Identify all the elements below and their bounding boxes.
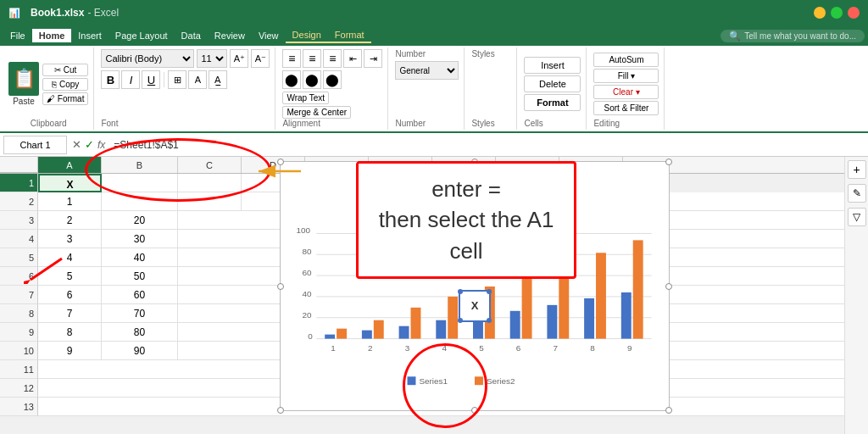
menu-home[interactable]: Home (32, 29, 72, 42)
cell-c2[interactable] (178, 192, 242, 211)
svg-rect-22 (510, 311, 520, 339)
chart-handle-bl[interactable] (277, 407, 284, 414)
formula-input[interactable] (110, 136, 865, 154)
menu-format[interactable]: Format (328, 28, 371, 43)
right-panel: + ✎ ▽ (844, 157, 868, 434)
wrap-text-btn[interactable]: Wrap Text (282, 92, 329, 104)
align-top-right-btn[interactable]: ≡ (323, 49, 342, 68)
tell-me-text[interactable]: Tell me what you want to do... (744, 31, 856, 41)
maximize-btn[interactable] (831, 7, 843, 19)
name-box[interactable] (3, 136, 67, 154)
svg-text:60: 60 (302, 268, 312, 277)
align-top-left-btn[interactable]: ≡ (282, 49, 301, 68)
increase-font-btn[interactable]: A⁺ (230, 49, 248, 68)
align-center-btn[interactable]: ⬤ (303, 70, 321, 89)
cut-button[interactable]: ✂ Cut (42, 64, 88, 76)
bold-btn[interactable]: B (101, 70, 120, 89)
menu-view[interactable]: View (252, 29, 286, 42)
cell-b2[interactable] (102, 192, 178, 211)
chart-handle-tr[interactable] (665, 159, 672, 165)
col-a-header: A (38, 157, 102, 173)
filter-chart-btn[interactable]: ▽ (848, 208, 866, 226)
align-right-btn[interactable]: ⬤ (323, 70, 342, 89)
fill-btn[interactable]: Fill ▾ (593, 69, 659, 83)
svg-text:1: 1 (331, 343, 336, 353)
merge-btn[interactable]: Merge & Center (282, 106, 351, 119)
insert-cells-btn[interactable]: Insert (524, 57, 581, 74)
border-btn[interactable]: ⊞ (168, 70, 186, 89)
cell-c1[interactable] (178, 174, 242, 192)
menu-data[interactable]: Data (175, 29, 208, 42)
chart-handle-br[interactable] (665, 407, 672, 414)
cell-a2[interactable]: 1 (38, 192, 102, 211)
format-cells-btn[interactable]: Format (524, 94, 581, 111)
clipboard-label: Clipboard (31, 119, 67, 128)
cell-b6[interactable]: 50 (102, 267, 178, 286)
menu-insert[interactable]: Insert (71, 29, 108, 42)
cell-b8[interactable]: 70 (102, 304, 178, 323)
italic-btn[interactable]: I (121, 70, 140, 89)
font-color-btn[interactable]: A̲ (209, 70, 227, 89)
formula-cancel-btn[interactable]: ✕ (72, 138, 81, 151)
svg-rect-15 (374, 320, 384, 339)
align-left-btn[interactable]: ⬤ (282, 70, 301, 89)
menu-review[interactable]: Review (208, 29, 252, 42)
sort-filter-btn[interactable]: Sort & Filter (593, 101, 659, 115)
callout-box: enter = then select the A1 cell (356, 161, 576, 279)
cell-b9[interactable]: 80 (102, 323, 178, 342)
add-chart-btn[interactable]: + (848, 160, 866, 179)
autosum-btn[interactable]: AutoSum (593, 53, 659, 67)
cell-b10[interactable]: 90 (102, 342, 178, 360)
indent-inc-btn[interactable]: ⇥ (364, 49, 382, 68)
clear-btn[interactable]: Clear ▾ (593, 85, 659, 99)
cell-b5[interactable]: 40 (102, 248, 178, 267)
minimize-btn[interactable] (814, 7, 826, 19)
cell-a4[interactable]: 3 (38, 230, 102, 248)
cell-a9[interactable]: 8 (38, 323, 102, 342)
cell-b3[interactable]: 20 (102, 211, 178, 230)
cell-a5[interactable]: 4 (38, 248, 102, 267)
row-3-header: 3 (0, 211, 38, 230)
delete-cells-btn[interactable]: Delete (524, 75, 581, 92)
cell-a10[interactable]: 9 (38, 342, 102, 360)
decrease-font-btn[interactable]: A⁻ (251, 49, 270, 68)
svg-rect-27 (596, 253, 606, 338)
cell-b7[interactable]: 60 (102, 286, 178, 304)
align-top-center-btn[interactable]: ≡ (303, 49, 321, 68)
chart-handle-r[interactable] (665, 283, 672, 290)
edit-chart-btn[interactable]: ✎ (848, 184, 866, 203)
formula-confirm-btn[interactable]: ✓ (85, 138, 94, 151)
chart-handle-l[interactable] (277, 283, 284, 290)
cell-a7[interactable]: 6 (38, 286, 102, 304)
format-painter-button[interactable]: 🖌 Format (42, 92, 88, 105)
cell-b1[interactable] (102, 174, 178, 192)
font-name-select[interactable]: Calibri (Body) (101, 49, 194, 68)
app-subtitle: - Excel (87, 7, 119, 19)
menu-file[interactable]: File (3, 29, 32, 42)
chart-handle-tl[interactable] (277, 159, 284, 165)
svg-rect-17 (411, 308, 421, 339)
cell-a1[interactable]: X (38, 174, 102, 192)
svg-rect-29 (633, 240, 643, 338)
svg-rect-23 (522, 275, 532, 338)
font-size-select[interactable]: 11 (197, 49, 227, 68)
menu-page-layout[interactable]: Page Layout (108, 29, 175, 42)
cell-a3[interactable]: 2 (38, 211, 102, 230)
alignment-group: ≡ ≡ ≡ ⇤ ⇥ ⬤ ⬤ ⬤ Wrap Text Merge & Center… (277, 47, 388, 130)
cells-label: Cells (524, 119, 581, 128)
cell-a8[interactable]: 7 (38, 304, 102, 323)
paste-button[interactable]: 📋 Paste (8, 62, 39, 106)
search-icon: 🔍 (729, 31, 741, 42)
svg-text:3: 3 (405, 343, 410, 353)
underline-btn[interactable]: U (142, 70, 160, 89)
number-format-select[interactable]: General (395, 61, 459, 80)
fill-color-btn[interactable]: A (188, 70, 207, 89)
chart-handle-b[interactable] (471, 407, 478, 414)
close-btn[interactable] (848, 7, 860, 19)
menu-design[interactable]: Design (286, 28, 328, 43)
copy-button[interactable]: ⎘ Copy (42, 78, 88, 91)
cell-a6[interactable]: 5 (38, 267, 102, 286)
indent-dec-btn[interactable]: ⇤ (343, 49, 362, 68)
svg-text:20: 20 (302, 310, 312, 320)
cell-b4[interactable]: 30 (102, 230, 178, 248)
